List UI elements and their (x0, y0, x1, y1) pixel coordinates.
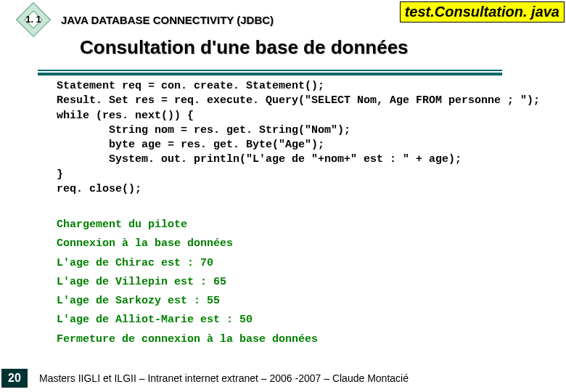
output-line: Connexion à la base données (57, 234, 551, 253)
output-line: L'age de Sarkozy est : 55 (57, 292, 551, 311)
section-bullet-icon: 1. 1 (19, 5, 48, 34)
breadcrumb: JAVA DATABASE CONNECTIVITY (JDBC) (61, 14, 274, 26)
output-line: L'age de Alliot-Marie est : 50 (57, 311, 551, 330)
output-line: L'age de Villepin est : 65 (57, 273, 551, 292)
section-number: 1. 1 (19, 14, 48, 25)
output-line: Chargement du pilote (57, 216, 551, 234)
slide-content: Statement req = con. create. Statement()… (0, 59, 566, 349)
title-block: Consultation d'une base de données (80, 36, 566, 59)
title-underline (38, 70, 502, 75)
slide-title: Consultation d'une base de données (80, 36, 566, 59)
output-block: Chargement du pilote Connexion à la base… (57, 216, 551, 349)
slide-footer: 20 Masters IIGLI et ILGII – Intranet int… (0, 369, 566, 388)
code-block: Statement req = con. create. Statement()… (57, 79, 551, 197)
footer-text: Masters IIGLI et ILGII – Intranet intern… (39, 372, 409, 384)
file-tag: test.Consultation. java (400, 1, 565, 23)
output-line: L'age de Chirac est : 70 (57, 254, 551, 273)
slide-header: 1. 1 JAVA DATABASE CONNECTIVITY (JDBC) t… (0, 0, 566, 35)
output-line: Fermeture de connexion à la base données (57, 330, 551, 349)
page-number: 20 (1, 369, 28, 388)
